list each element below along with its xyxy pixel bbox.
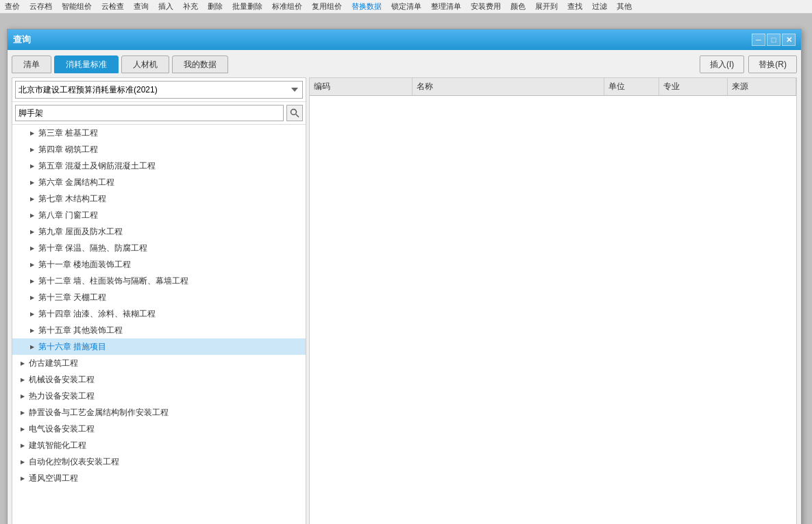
tree-item[interactable]: ▶第十三章 天棚工程	[12, 289, 306, 305]
tree-arrow-icon: ▶	[27, 128, 37, 138]
col-header-unit: 单位	[604, 78, 659, 95]
tree-item[interactable]: ▶第八章 门窗工程	[12, 207, 306, 223]
search-icon-btn[interactable]	[286, 105, 303, 121]
menu-chajia[interactable]: 查价	[3, 1, 22, 12]
search-input[interactable]	[15, 105, 284, 121]
tree-arrow-icon: ▶	[27, 292, 37, 302]
tree-item[interactable]: ▶第十章 保温、隔热、防腐工程	[12, 240, 306, 256]
tree-item[interactable]: ▶机械设备安装工程	[12, 371, 306, 388]
main-body: 北京市建设工程预算消耗量标准(2021) ▶第三章 桩基工程▶第四章 砌筑工程▶…	[12, 77, 797, 524]
tree-item[interactable]: ▶第七章 木结构工程	[12, 190, 306, 207]
tree-item-label: 第七章 木结构工程	[38, 193, 106, 205]
tree-item[interactable]: ▶电气设备安装工程	[12, 421, 306, 437]
tree-item-label: 建筑智能化工程	[29, 440, 86, 451]
menu-chazhao[interactable]: 查找	[565, 1, 585, 12]
col-header-source: 来源	[728, 78, 796, 95]
col-header-profession: 专业	[659, 78, 728, 95]
tab-wode[interactable]: 我的数据	[172, 55, 228, 73]
menu-yuncundang[interactable]: 云存档	[27, 1, 54, 12]
tree-arrow-icon: ▶	[27, 325, 37, 335]
tree-item-label: 静置设备与工艺金属结构制作安装工程	[29, 407, 169, 419]
tree-arrow-icon: ▶	[27, 194, 37, 203]
tree-item[interactable]: ▶第十四章 油漆、涂料、裱糊工程	[12, 305, 306, 322]
table-header: 编码 名称 单位 专业 来源	[310, 78, 796, 96]
tree-item-label: 第八章 门窗工程	[38, 210, 98, 221]
tree-item-label: 第十六章 措施项目	[38, 341, 106, 353]
tree-item[interactable]: ▶第十六章 措施项目	[12, 338, 306, 355]
dialog-content: 清单 消耗量标准 人材机 我的数据 插入(I) 替换(R) 北京市建设工程预算消…	[8, 50, 801, 524]
tree-arrow-icon: ▶	[18, 473, 27, 483]
tree-item[interactable]: ▶通风空调工程	[12, 470, 306, 486]
tree-arrow-icon: ▶	[18, 457, 27, 466]
tab-row: 清单 消耗量标准 人材机 我的数据 插入(I) 替换(R)	[12, 54, 797, 75]
menu-tihuan[interactable]: 替换数据	[349, 1, 384, 12]
tree-item-label: 第六章 金属结构工程	[38, 177, 114, 188]
tree-arrow-icon: ▶	[27, 177, 37, 187]
menu-guolv[interactable]: 过滤	[590, 1, 609, 12]
tree-item[interactable]: ▶自动化控制仪表安装工程	[12, 453, 306, 470]
tree-item[interactable]: ▶静置设备与工艺金属结构制作安装工程	[12, 404, 306, 421]
tree-item-label: 仿古建筑工程	[29, 358, 78, 369]
tree-list: ▶第三章 桩基工程▶第四章 砌筑工程▶第五章 混凝土及钢筋混凝土工程▶第六章 金…	[12, 125, 306, 524]
tree-item[interactable]: ▶仿古建筑工程	[12, 355, 306, 371]
query-dialog: 查询 ─ □ ✕ 清单 消耗量标准 人材机 我的数据 插入(I) 替换(R) 北…	[7, 29, 802, 524]
menu-yanse[interactable]: 颜色	[508, 1, 528, 12]
tree-item[interactable]: ▶第六章 金属结构工程	[12, 174, 306, 190]
search-icon	[290, 108, 299, 118]
table-body	[310, 96, 796, 524]
right-panel: 编码 名称 单位 专业 来源	[309, 77, 797, 524]
menu-piliangshanchu[interactable]: 批量删除	[230, 1, 264, 12]
tree-item-label: 第四章 砌筑工程	[38, 144, 98, 155]
menu-suodingqingdan[interactable]: 锁定清单	[389, 1, 423, 12]
maximize-button[interactable]: □	[767, 34, 780, 46]
tree-item-label: 第十一章 楼地面装饰工程	[38, 259, 131, 271]
menu-charu[interactable]: 插入	[156, 1, 175, 12]
tree-arrow-icon: ▶	[27, 227, 37, 236]
menu-anzhuangfeiyong[interactable]: 安装费用	[469, 1, 503, 12]
menu-shanchu[interactable]: 删除	[206, 1, 225, 12]
tab-rencaiji[interactable]: 人材机	[121, 55, 169, 73]
tab-qingdan[interactable]: 清单	[12, 55, 51, 73]
tree-item[interactable]: ▶第十一章 楼地面装饰工程	[12, 256, 306, 273]
replace-button[interactable]: 替换(R)	[748, 55, 797, 73]
tree-item-label: 第十三章 天棚工程	[38, 292, 106, 303]
menu-buchong[interactable]: 补充	[181, 1, 200, 12]
tree-item[interactable]: ▶建筑智能化工程	[12, 437, 306, 453]
menu-yunjiancha[interactable]: 云检查	[99, 1, 126, 12]
menu-zhinengzujia[interactable]: 智能组价	[60, 1, 94, 12]
tree-item[interactable]: ▶第十二章 墙、柱面装饰与隔断、幕墙工程	[12, 273, 306, 289]
tree-arrow-icon: ▶	[18, 391, 27, 401]
menu-zhengliqingdan[interactable]: 整理清单	[429, 1, 463, 12]
tree-arrow-icon: ▶	[18, 440, 27, 450]
tree-item[interactable]: ▶第十五章 其他装饰工程	[12, 322, 306, 338]
tree-arrow-icon: ▶	[18, 424, 27, 434]
tree-item[interactable]: ▶第五章 混凝土及钢筋混凝土工程	[12, 158, 306, 174]
tree-item[interactable]: ▶热力设备安装工程	[12, 388, 306, 404]
tree-arrow-icon: ▶	[27, 145, 37, 154]
tree-item-label: 第九章 屋面及防水工程	[38, 226, 123, 238]
insert-button[interactable]: 插入(I)	[700, 55, 744, 73]
tree-item-label: 第十章 保温、隔热、防腐工程	[38, 242, 147, 254]
menu-qita[interactable]: 其他	[615, 1, 634, 12]
tree-arrow-icon: ▶	[27, 342, 37, 351]
tree-item[interactable]: ▶第四章 砌筑工程	[12, 141, 306, 158]
tree-arrow-icon: ▶	[27, 276, 37, 286]
svg-line-1	[296, 114, 299, 117]
tree-arrow-icon: ▶	[27, 260, 37, 269]
menu-zhankai[interactable]: 展开到	[533, 1, 560, 12]
tree-arrow-icon: ▶	[18, 358, 27, 368]
search-row	[12, 102, 306, 125]
close-button[interactable]: ✕	[782, 34, 796, 46]
menu-fuyongzujia[interactable]: 复用组价	[310, 1, 344, 12]
tree-item[interactable]: ▶第九章 屋面及防水工程	[12, 223, 306, 240]
standard-dropdown-row: 北京市建设工程预算消耗量标准(2021)	[12, 78, 306, 102]
tree-item[interactable]: ▶第三章 桩基工程	[12, 125, 306, 141]
dialog-titlebar: 查询 ─ □ ✕	[8, 29, 801, 50]
standard-select[interactable]: 北京市建设工程预算消耗量标准(2021)	[15, 81, 303, 99]
tree-item-label: 第三章 桩基工程	[38, 127, 98, 139]
minimize-button[interactable]: ─	[752, 34, 765, 46]
menu-biaozhunzujia[interactable]: 标准组价	[270, 1, 304, 12]
menu-chaxun[interactable]: 查询	[132, 1, 151, 12]
tree-arrow-icon: ▶	[18, 408, 27, 417]
tab-xiaohao[interactable]: 消耗量标准	[54, 55, 119, 73]
